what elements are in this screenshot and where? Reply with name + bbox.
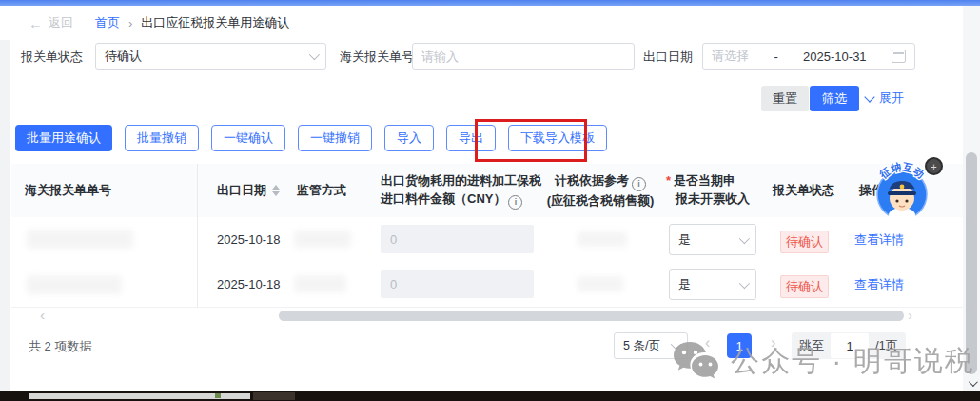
status-badge: 待确认 [780, 231, 829, 253]
view-details-link[interactable]: 查看详情 [854, 262, 904, 307]
col-header-export-date[interactable]: 出口日期 [217, 164, 280, 217]
page-jump-group: 跳至 /1页 [792, 332, 906, 359]
chevron-down-icon [864, 91, 874, 102]
toolbar: 批量用途确认 批量撤销 一键确认 一键撤销 导入 导出 下载导入模板 [15, 125, 607, 151]
col-header-tax-ref-line2: (应征税含税销售额) [538, 191, 663, 210]
calendar-icon [892, 50, 906, 63]
pagination-page-1[interactable]: 1 [727, 333, 752, 358]
redacted-customs-no [27, 230, 133, 249]
horizontal-scrollbar-thumb[interactable] [279, 311, 904, 321]
info-icon[interactable]: i [508, 195, 522, 210]
breadcrumb-separator: › [128, 16, 132, 30]
back-label: 返回 [49, 14, 73, 31]
pagination-prev-button[interactable]: ‹ [705, 334, 710, 351]
fixed-column-divider [197, 164, 198, 307]
col-header-amount: 出口货物耗用的进料加工保税 进口料件金额（CNY）i [381, 171, 541, 210]
back-arrow-icon: ← [29, 15, 43, 31]
left-gutter [0, 40, 10, 391]
col-header-amount-line1: 出口货物耗用的进料加工保税 [381, 171, 541, 190]
col-header-amount-line2: 进口料件金额（CNY）i [381, 190, 541, 210]
chevron-down-icon [739, 232, 750, 243]
redacted-tax-ref [578, 231, 627, 247]
browser-top-accent-bar [0, 0, 980, 6]
total-count-text: 共 2 项数据 [29, 338, 91, 355]
breadcrumb: ← 返回 首页 › 出口应征税报关单用途确认 [29, 14, 289, 31]
cell-export-date: 2025-10-18 [217, 217, 281, 262]
sort-icon[interactable] [272, 185, 280, 196]
page-size-value: 5 条/页 [623, 338, 660, 354]
redacted-customs-no [27, 275, 122, 294]
scrollbar-down-arrow[interactable] [964, 377, 979, 390]
status-filter-label: 报关单状态 [21, 49, 83, 66]
redacted-tax-ref [578, 276, 623, 291]
amount-input-disabled: 0 [381, 225, 534, 253]
reset-button[interactable]: 重置 [761, 86, 809, 111]
cell-export-date: 2025-10-18 [217, 262, 281, 307]
col-header-tax-ref-line1: 计税依据参考i [538, 171, 663, 191]
col-header-customs-no: 海关报关单单号 [25, 164, 111, 217]
required-asterisk: * [666, 173, 671, 188]
status-badge: 待确认 [780, 275, 829, 298]
jump-label: 跳至 [799, 337, 824, 354]
hscroll-left-arrow[interactable]: ‹ [40, 307, 45, 323]
status-filter-value: 待确认 [105, 48, 142, 65]
assistant-avatar[interactable]: 征纳互动 [872, 160, 932, 221]
col-header-declare-line2: 报未开票收入 [666, 190, 750, 208]
view-details-link[interactable]: 查看详情 [854, 217, 904, 262]
vertical-scrollbar-thumb[interactable] [966, 152, 977, 374]
total-pages-text: /1页 [875, 337, 898, 354]
col-header-export-date-label: 出口日期 [217, 182, 266, 199]
breadcrumb-home-link[interactable]: 首页 [95, 14, 120, 31]
declare-select-value: 是 [678, 276, 691, 293]
filter-button[interactable]: 筛选 [810, 86, 859, 111]
col-header-supervision: 监管方式 [297, 164, 346, 217]
declare-select[interactable]: 是 [669, 269, 756, 300]
back-button[interactable]: ← 返回 [29, 14, 73, 31]
chevron-down-icon [309, 50, 320, 60]
customs-no-input-wrap [412, 43, 635, 70]
chevron-down-icon [739, 277, 750, 288]
col-header-declare-line1: *是否当期申 [666, 171, 750, 190]
export-date-filter-label: 出口日期 [643, 49, 693, 66]
info-icon[interactable]: i [632, 177, 646, 191]
date-start-placeholder: 请选择 [712, 48, 749, 65]
status-filter-select[interactable]: 待确认 [95, 43, 326, 70]
one-click-confirm-button[interactable]: 一键确认 [211, 125, 285, 151]
redacted-supervision [294, 231, 351, 248]
assistant-plus-button[interactable]: + [925, 157, 943, 175]
declare-select-value: 是 [678, 231, 691, 249]
batch-revoke-button[interactable]: 批量撤销 [125, 125, 199, 151]
customs-no-filter-label: 海关报关单号 [340, 49, 414, 66]
page-size-select[interactable]: 5 条/页 [614, 332, 688, 359]
batch-usage-confirm-button[interactable]: 批量用途确认 [15, 125, 112, 151]
hscroll-right-arrow[interactable]: › [908, 307, 912, 323]
taskbar-mid-strip [253, 392, 295, 400]
jump-page-input[interactable] [831, 333, 869, 358]
date-range-separator: - [774, 50, 777, 64]
expand-toggle[interactable]: 展开 [866, 90, 904, 107]
import-button[interactable]: 导入 [384, 125, 434, 151]
declare-select[interactable]: 是 [669, 224, 756, 255]
page-title: 出口应征税报关单用途确认 [141, 14, 289, 31]
taskbar-green-dot [215, 393, 221, 398]
download-template-button[interactable]: 下载导入模板 [508, 125, 607, 151]
col-header-tax-ref: 计税依据参考i (应征税含税销售额) [538, 171, 663, 210]
col-header-declare: *是否当期申 报未开票收入 [666, 171, 750, 208]
one-click-revoke-button[interactable]: 一键撤销 [298, 125, 372, 151]
redacted-supervision [294, 275, 346, 292]
export-date-range-picker[interactable]: 请选择 - 2025-10-31 [702, 43, 915, 70]
amount-input-disabled: 0 [381, 270, 534, 298]
chevron-down-icon [671, 339, 681, 350]
col-header-status: 报关单状态 [773, 164, 834, 217]
export-button[interactable]: 导出 [446, 125, 496, 151]
customs-no-input[interactable] [413, 44, 634, 69]
expand-label: 展开 [879, 90, 904, 107]
date-end-value: 2025-10-31 [803, 50, 867, 64]
pagination-next-button[interactable]: › [771, 334, 775, 351]
